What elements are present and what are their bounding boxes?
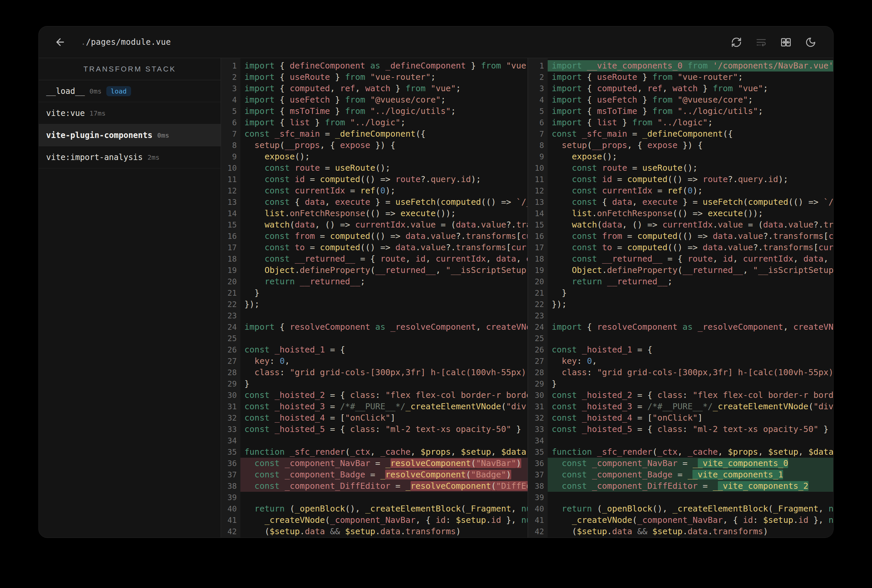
- code-line: 25: [528, 333, 833, 344]
- code-text: const _component_DiffEditor = _resolveCo…: [241, 480, 528, 492]
- line-number: 8: [528, 140, 548, 151]
- moon-icon: [805, 37, 816, 48]
- plugin-item-vite-plugin-components[interactable]: vite-plugin-components0ms: [39, 124, 221, 146]
- code-text: function _sfc_render(_ctx, _cache, $prop…: [548, 446, 833, 458]
- line-number: 4: [528, 94, 548, 106]
- line-number: 19: [528, 265, 548, 276]
- diff-panel-after[interactable]: 1import __vite_components_0 from '/compo…: [528, 58, 833, 537]
- code-line: 5import { msToTime } from "../logic/util…: [528, 106, 833, 117]
- code-line: 36 const _component_NavBar = __vite_comp…: [528, 458, 833, 469]
- code-line: 19 Object.defineProperty(__returned__, "…: [221, 265, 528, 276]
- code-text: const _hoisted_2 = { class: "flex flex-c…: [241, 390, 528, 401]
- line-number: 21: [528, 287, 548, 298]
- line-number: 23: [528, 310, 548, 321]
- code-text: function _sfc_render(_ctx, _cache, $prop…: [241, 446, 528, 458]
- code-text: [548, 310, 833, 321]
- plugin-item--load-[interactable]: __load__0msload: [39, 80, 221, 102]
- line-number: 41: [221, 514, 241, 526]
- code-line: 28 class: "grid grid-cols-[300px,3fr] h-…: [528, 367, 833, 378]
- code-text: }: [241, 378, 528, 390]
- code-line: 7const _sfc_main = _defineComponent({: [221, 128, 528, 140]
- back-button[interactable]: [54, 35, 67, 49]
- code-line: 29}: [221, 378, 528, 390]
- line-number: 15: [221, 219, 241, 231]
- code-line: 17 const to = computed(() => data.value?…: [528, 242, 833, 253]
- line-number: 17: [528, 242, 548, 253]
- code-line: 34: [221, 435, 528, 446]
- code-line: 11 const id = computed(() => route?.quer…: [221, 174, 528, 185]
- code-line: 38 const _component_DiffEditor = __vite_…: [528, 480, 833, 492]
- code-line: 33const _hoisted_5 = { class: "ml-2 text…: [528, 424, 833, 435]
- code-text: expose();: [548, 151, 833, 162]
- main-content: TRANSFORM STACK __load__0msloadvite:vue1…: [39, 58, 833, 537]
- line-number: 40: [528, 503, 548, 514]
- code-text: [241, 310, 528, 321]
- module-title-path: /pages/module.vue: [86, 38, 171, 47]
- line-number: 29: [221, 378, 241, 390]
- code-text: const _component_DiffEditor = __vite_com…: [548, 480, 833, 492]
- diff-panel-before[interactable]: 1import { defineComponent as _defineComp…: [221, 58, 528, 537]
- code-text: const _hoisted_3 = /*#__PURE__*/_createE…: [241, 401, 528, 412]
- line-number: 2: [221, 72, 241, 83]
- line-number: 7: [528, 128, 548, 140]
- line-number: 38: [528, 480, 548, 492]
- code-line: 35function _sfc_render(_ctx, _cache, $pr…: [221, 446, 528, 458]
- code-line: 1import { defineComponent as _defineComp…: [221, 60, 528, 72]
- refresh-icon: [731, 37, 742, 48]
- line-number: 10: [221, 162, 241, 174]
- code-line: 41 _createVNode(_component_NavBar, { id:…: [528, 514, 833, 526]
- code-text: [241, 435, 528, 446]
- code-text: import { useFetch } from "@vueuse/core";: [241, 94, 528, 106]
- line-number: 23: [221, 310, 241, 321]
- code-line: 13 const { data, execute } = useFetch(co…: [528, 196, 833, 208]
- code-text: });: [548, 298, 833, 310]
- code-text: _createVNode(_component_NavBar, { id: $s…: [548, 514, 833, 526]
- inline-diff-toggle[interactable]: [754, 35, 768, 49]
- code-line: 8 setup(__props, { expose }) {: [528, 140, 833, 151]
- line-number: 19: [221, 265, 241, 276]
- code-line: 34: [528, 435, 833, 446]
- code-line: 6import { list } from "../logic";: [221, 117, 528, 128]
- theme-toggle-button[interactable]: [804, 35, 817, 49]
- line-number: 13: [528, 196, 548, 208]
- code-line: 3import { computed, ref, watch } from "v…: [221, 83, 528, 94]
- code-text: import { useRoute } from "vue-router";: [548, 72, 833, 83]
- code-line: 18 const __returned__ = { route, id, cur…: [221, 253, 528, 265]
- code-line: 20 return __returned__;: [528, 276, 833, 287]
- code-line: 16 const from = computed(() => data.valu…: [221, 231, 528, 242]
- code-text: import { useFetch } from "@vueuse/core";: [548, 94, 833, 106]
- code-text: ($setup.data && $setup.data.transforms): [548, 526, 833, 537]
- code-text: import { computed, ref, watch } from "vu…: [241, 83, 528, 94]
- code-line: 20 return __returned__;: [221, 276, 528, 287]
- plugin-name: vite-plugin-components: [46, 130, 152, 140]
- plugin-item-vite-vue[interactable]: vite:vue17ms: [39, 102, 221, 124]
- code-text: }: [241, 287, 528, 298]
- code-text: key: 0,: [548, 356, 833, 367]
- code-text: watch(data, () => currentIdx.value = (da…: [548, 219, 833, 231]
- code-text: const _component_NavBar = __vite_compone…: [548, 458, 833, 469]
- code-text: import { resolveComponent as _resolveCom…: [241, 321, 528, 333]
- plugin-item-vite-import-analysis[interactable]: vite:import-analysis2ms: [39, 146, 221, 168]
- line-number: 27: [528, 356, 548, 367]
- plugin-duration: 2ms: [147, 153, 159, 161]
- code-line: 23: [528, 310, 833, 321]
- line-number: 32: [221, 412, 241, 424]
- code-line: 27 key: 0,: [528, 356, 833, 367]
- code-text: import { msToTime } from "../logic/utils…: [548, 106, 833, 117]
- code-text: _createVNode(_component_NavBar, { id: $s…: [241, 514, 528, 526]
- code-line: 10 const route = useRoute();: [528, 162, 833, 174]
- code-text: import { resolveComponent as _resolveCom…: [548, 321, 833, 333]
- line-number: 27: [221, 356, 241, 367]
- refresh-button[interactable]: [729, 35, 743, 49]
- code-text: const { data, execute } = useFetch(compu…: [548, 196, 833, 208]
- line-number: 38: [221, 480, 241, 492]
- code-text: [548, 492, 833, 503]
- side-by-side-toggle[interactable]: [779, 35, 792, 49]
- code-text: const __returned__ = { route, id, curren…: [548, 253, 833, 265]
- line-number: 37: [221, 469, 241, 480]
- code-text: const route = useRoute();: [548, 162, 833, 174]
- line-number: 11: [221, 174, 241, 185]
- code-text: const currentIdx = ref(0);: [548, 185, 833, 196]
- code-line: 9 expose();: [528, 151, 833, 162]
- code-text: const to = computed(() => data.value?.tr…: [548, 242, 833, 253]
